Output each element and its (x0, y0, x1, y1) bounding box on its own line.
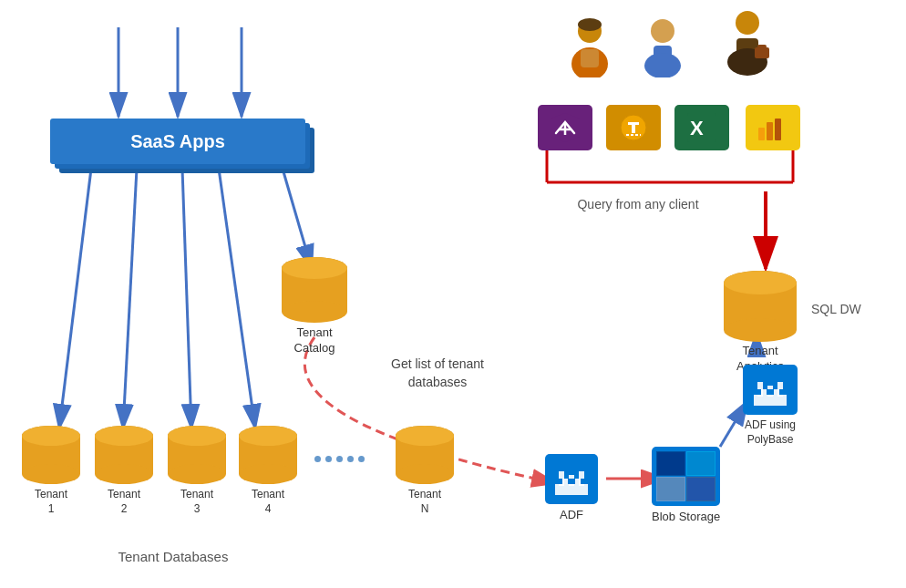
tenant-n-db: TenantN (392, 424, 458, 516)
tenant-3-label: Tenant3 (180, 488, 213, 516)
svg-line-11 (219, 169, 255, 428)
svg-point-25 (22, 464, 80, 484)
svg-rect-71 (767, 389, 774, 395)
tenant-1-label: Tenant1 (35, 488, 67, 516)
adf-polybase-container: ADF usingPolyBase (729, 365, 811, 447)
svg-line-8 (59, 169, 91, 428)
query-from-any-client-label: Query from any client (547, 196, 729, 214)
svg-rect-54 (757, 45, 767, 48)
person-3-icon (720, 9, 775, 77)
svg-text:X: X (690, 117, 704, 139)
svg-point-49 (644, 53, 681, 77)
svg-point-30 (95, 426, 153, 446)
adf-container: ADF (545, 454, 598, 521)
svg-rect-79 (581, 479, 588, 484)
svg-point-29 (95, 464, 153, 484)
excel-icon[interactable]: X (674, 105, 729, 150)
blob-storage-container: Blob Storage (652, 447, 720, 523)
saas-label: SaaS Apps (50, 119, 305, 164)
svg-point-64 (724, 318, 797, 342)
svg-point-33 (168, 464, 226, 484)
blob-storage-label: Blob Storage (652, 510, 720, 523)
svg-rect-70 (754, 389, 761, 395)
svg-rect-87 (687, 478, 715, 500)
svg-rect-61 (775, 119, 781, 140)
svg-rect-60 (767, 122, 773, 140)
adf-label: ADF (560, 508, 583, 521)
svg-line-10 (182, 169, 191, 428)
powerbi-icon[interactable] (746, 105, 800, 150)
tenant-1-db: Tenant1 (18, 424, 84, 516)
tenant-4-label: Tenant4 (252, 488, 284, 516)
tenant-databases-label: Tenant Databases (55, 547, 292, 566)
svg-point-21 (282, 301, 347, 323)
adf-polybase-icon (743, 365, 798, 415)
svg-point-65 (724, 271, 797, 294)
tenant-3-db: Tenant3 (164, 424, 230, 516)
sql-dw-label: SQL DW (811, 301, 861, 319)
svg-rect-46 (581, 49, 599, 67)
get-list-label: Get list of tenant databases (365, 356, 510, 391)
person-2-icon (638, 18, 688, 77)
svg-rect-86 (657, 478, 685, 500)
svg-point-34 (168, 426, 226, 446)
tenant-analytics-db: TenantAnalytics (720, 269, 800, 375)
svg-point-47 (651, 19, 674, 43)
architecture-diagram: SaaS Apps TenantCatalog Tenant1 Tenant2 (0, 0, 906, 588)
svg-point-41 (396, 464, 454, 484)
tenant-2-db: Tenant2 (91, 424, 157, 516)
blob-storage-icon (652, 447, 720, 506)
adf-icon (545, 454, 598, 504)
adf-polybase-label: ADF usingPolyBase (729, 418, 811, 447)
person-1-icon (565, 18, 615, 77)
svg-point-22 (282, 257, 347, 279)
dots-separator (314, 456, 365, 462)
svg-rect-59 (758, 128, 765, 140)
tenant-2-label: Tenant2 (108, 488, 140, 516)
svg-point-50 (736, 11, 759, 35)
tenant-catalog-label: TenantCatalog (294, 325, 335, 356)
svg-point-42 (396, 426, 454, 446)
svg-rect-85 (687, 452, 715, 475)
svg-line-9 (123, 169, 137, 428)
svg-point-37 (239, 464, 297, 484)
svg-rect-72 (779, 389, 787, 395)
tenant-catalog-db: TenantCatalog (278, 255, 351, 356)
svg-rect-84 (657, 452, 685, 475)
svg-point-44 (578, 18, 602, 31)
ssms-icon[interactable] (606, 105, 661, 150)
svg-point-38 (239, 426, 297, 446)
svg-line-7 (283, 169, 312, 269)
svg-rect-78 (568, 479, 575, 484)
svg-point-26 (22, 426, 80, 446)
tenant-4-db: Tenant4 (235, 424, 301, 516)
visual-studio-icon[interactable] (538, 105, 592, 150)
svg-rect-77 (555, 479, 562, 484)
tenant-n-label: TenantN (408, 488, 441, 516)
saas-apps-container: SaaS Apps (50, 119, 314, 169)
svg-rect-53 (755, 47, 769, 58)
